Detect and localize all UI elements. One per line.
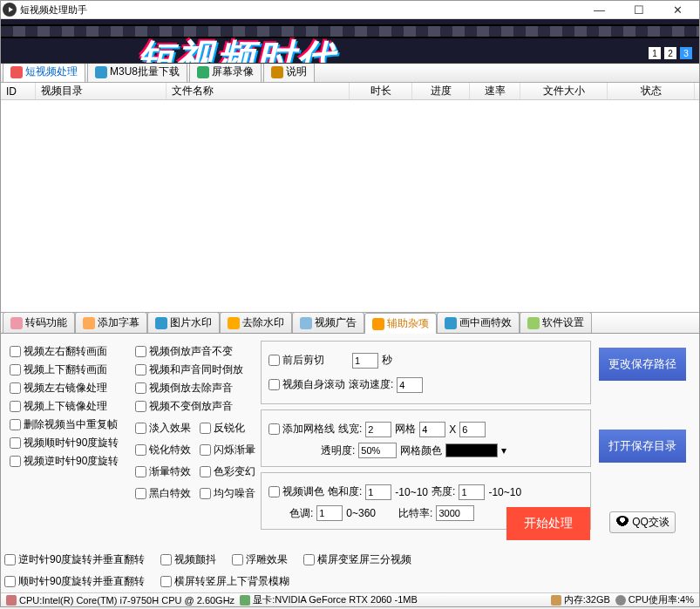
option-checkbox[interactable]: 均匀噪音 — [200, 486, 255, 501]
column-header[interactable]: 时长 — [350, 83, 412, 99]
bitrate-label: 比特率: — [398, 506, 432, 521]
main-tabs: 短视频处理M3U8批量下载屏幕录像说明 — [1, 64, 699, 83]
group-grid: 添加网格线 线宽: 网格 X 透明度: 网格颜色 ▾ — [261, 409, 591, 467]
statusbar: CPU:Intel(R) Core(TM) i7-9750H CPU @ 2.6… — [1, 592, 699, 606]
option-checkbox[interactable]: 视频倒放去除声音 — [135, 381, 257, 396]
column-header[interactable]: 视频目录 — [36, 83, 167, 99]
option-checkbox[interactable]: 渐暈特效 — [135, 464, 191, 479]
panel-body: 视频左右翻转画面视频上下翻转画面视频左右镜像处理视频上下镜像处理删除视频当中重复… — [1, 334, 699, 547]
option-checkbox[interactable]: 闪烁渐暈 — [200, 443, 255, 457]
subtab-icon — [155, 317, 167, 329]
grid-y-input[interactable] — [459, 422, 486, 437]
close-button[interactable]: ✕ — [658, 1, 697, 18]
gpu-icon — [240, 595, 250, 606]
scroll-speed-input[interactable] — [397, 377, 423, 393]
sub-tab-7[interactable]: 软件设置 — [520, 312, 592, 333]
grid-x-input[interactable] — [419, 422, 445, 437]
option-checkbox[interactable]: 浮雕效果 — [232, 552, 288, 567]
chk-color-adjust[interactable]: 视频调色 — [268, 484, 324, 499]
option-checkbox[interactable]: 视频左右镜像处理 — [10, 381, 132, 396]
banner-title: 短视频时代 — [136, 33, 336, 64]
option-checkbox[interactable]: 删除视频当中重复帧 — [10, 417, 132, 432]
saturation-input[interactable] — [365, 484, 391, 500]
main-tab-1[interactable]: M3U8批量下载 — [87, 61, 187, 82]
column-header[interactable]: 进度 — [412, 83, 470, 99]
main-tab-0[interactable]: 短视频处理 — [3, 61, 85, 82]
chk-add-grid[interactable]: 添加网格线 — [268, 422, 335, 436]
subtab-icon — [372, 318, 384, 330]
sub-tab-1[interactable]: 添加字幕 — [75, 312, 147, 333]
option-checkbox[interactable]: 视频倒放声音不变 — [135, 344, 257, 359]
memory-icon — [551, 595, 561, 606]
hue-input[interactable] — [316, 505, 343, 521]
subtab-icon — [10, 317, 23, 329]
grid-color-picker[interactable] — [445, 443, 498, 457]
brightness-label: 亮度: — [432, 484, 455, 499]
sub-tab-4[interactable]: 视频广告 — [292, 312, 364, 333]
qq-chat-button[interactable]: QQ交谈 — [609, 511, 676, 533]
sub-tab-2[interactable]: 图片水印 — [147, 312, 220, 333]
column-header[interactable]: 速率 — [470, 83, 520, 99]
tab-icon — [197, 66, 209, 78]
banner-page-3[interactable]: 3 — [680, 47, 692, 59]
main-window: 短视频处理助手 — ☐ ✕ 短视频时代 你必须要拥有的神器 123 短视频处理M… — [0, 0, 700, 607]
option-checkbox[interactable]: 淡入效果 — [135, 421, 191, 436]
column-header[interactable]: ID — [1, 83, 36, 99]
option-checkbox[interactable]: 横屏转竖屏上下背景模糊 — [160, 574, 289, 589]
dropdown-icon[interactable]: ▾ — [501, 444, 506, 457]
option-checkbox[interactable]: 视频和声音同时倒放 — [135, 362, 257, 377]
option-checkbox[interactable]: 顺时针90度旋转并垂直翻转 — [4, 574, 145, 589]
bottom-options-row: 逆时针90度旋转并垂直翻转视频颤抖浮雕效果横屏变竖屏三分视频顺时针90度旋转并垂… — [1, 549, 699, 592]
option-checkbox[interactable]: 逆时针90度旋转并垂直翻转 — [4, 552, 145, 567]
option-checkbox[interactable]: 视频顺时针90度旋转 — [10, 436, 132, 450]
bitrate-input[interactable] — [436, 505, 474, 521]
option-checkbox[interactable]: 色彩变幻 — [200, 464, 255, 479]
column-header[interactable]: 状态 — [608, 83, 695, 99]
option-checkbox[interactable]: 视频不变倒放声音 — [135, 399, 257, 414]
banner-page-1[interactable]: 1 — [649, 47, 661, 59]
subtab-icon — [527, 317, 540, 329]
status-cpu-usage: CPU使用率:4% — [629, 593, 694, 606]
option-checkbox[interactable]: 视频颤抖 — [160, 552, 216, 567]
saturation-label: 饱和度: — [328, 484, 362, 499]
option-checkbox[interactable]: 视频上下翻转画面 — [10, 362, 132, 377]
brightness-input[interactable] — [459, 484, 485, 500]
sub-tab-3[interactable]: 去除水印 — [220, 312, 292, 333]
open-save-dir-button[interactable]: 打开保存目录 — [599, 430, 686, 463]
grid-label: 网格 — [395, 422, 416, 436]
sub-tabs: 转码功能添加字幕图片水印去除水印视频广告辅助杂项画中画特效软件设置 — [1, 313, 699, 334]
option-checkbox[interactable]: 黑白特效 — [135, 486, 191, 501]
option-checkbox[interactable]: 横屏变竖屏三分视频 — [303, 552, 411, 567]
subtab-icon — [228, 317, 240, 329]
options-column-1: 视频左右翻转画面视频上下翻转画面视频左右镜像处理视频上下镜像处理删除视频当中重复… — [10, 341, 132, 540]
main-tab-2[interactable]: 屏幕录像 — [189, 61, 262, 82]
sub-tab-5[interactable]: 辅助杂项 — [364, 313, 437, 334]
scroll-speed-label: 滚动速度: — [349, 377, 393, 392]
banner-page-2[interactable]: 2 — [664, 47, 676, 59]
side-buttons: 更改保存路径 打开保存目录 QQ交谈 — [595, 341, 690, 540]
sub-tab-0[interactable]: 转码功能 — [3, 312, 75, 333]
option-checkbox[interactable]: 视频上下镜像处理 — [10, 399, 132, 414]
tab-icon — [10, 66, 23, 78]
chk-self-scroll[interactable]: 视频自身滚动 — [268, 377, 345, 392]
option-checkbox[interactable]: 反锐化 — [200, 421, 245, 436]
option-checkbox[interactable]: 锐化特效 — [135, 443, 191, 457]
column-header[interactable]: 文件名称 — [167, 83, 350, 99]
start-process-button[interactable]: 开始处理 — [506, 507, 590, 540]
line-width-input[interactable] — [365, 422, 391, 437]
column-header[interactable]: 文件大小 — [520, 83, 608, 99]
option-checkbox[interactable]: 视频逆时针90度旋转 — [10, 454, 132, 469]
status-memory: 内存:32GB — [564, 593, 610, 606]
main-tab-3[interactable]: 说明 — [263, 61, 315, 82]
trim-seconds-input[interactable] — [352, 353, 378, 369]
subtab-icon — [445, 317, 457, 329]
opacity-input[interactable] — [358, 443, 397, 458]
option-checkbox[interactable]: 视频左右翻转画面 — [10, 344, 132, 359]
sub-tab-6[interactable]: 画中画特效 — [437, 312, 520, 333]
maximize-button[interactable]: ☐ — [619, 1, 658, 18]
change-save-path-button[interactable]: 更改保存路径 — [599, 348, 686, 381]
chk-trim[interactable]: 前后剪切 — [268, 353, 324, 368]
subtab-icon — [300, 317, 312, 329]
tab-icon — [271, 66, 283, 78]
minimize-button[interactable]: — — [580, 1, 619, 18]
